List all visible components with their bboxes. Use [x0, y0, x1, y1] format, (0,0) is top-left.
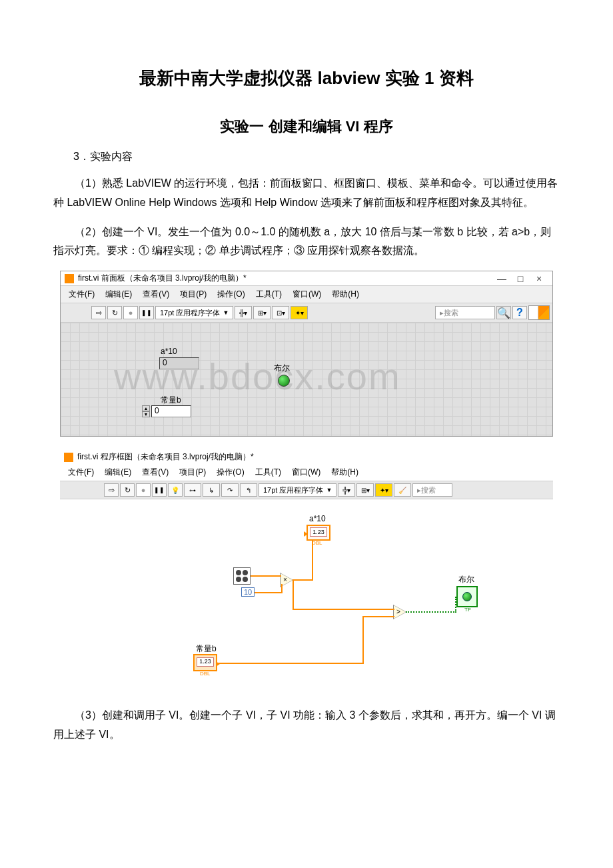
labview-icon	[64, 453, 73, 462]
menu-view[interactable]: 查看(V)	[137, 287, 175, 301]
bd-bool-label: 布尔	[458, 574, 474, 585]
greater-than-node[interactable]: >	[394, 605, 406, 619]
search-input[interactable]: ▸ 搜索	[412, 483, 452, 497]
menu-file[interactable]: 文件(F)	[63, 287, 100, 301]
labview-icon	[65, 274, 74, 283]
menu-window[interactable]: 窗口(W)	[287, 287, 326, 301]
random-number-node[interactable]	[233, 567, 251, 585]
fp-menubar[interactable]: 文件(F) 编辑(E) 查看(V) 项目(P) 操作(O) 工具(T) 窗口(W…	[61, 286, 552, 303]
a10-indicator: 0	[159, 357, 199, 369]
close-button[interactable]: ×	[530, 273, 548, 284]
bd-a10-terminal[interactable]: 1.23 DBL	[306, 525, 330, 541]
vi-connector-icon[interactable]	[528, 305, 550, 320]
led-icon	[462, 592, 472, 601]
highlight-execution-button[interactable]	[168, 483, 183, 497]
menu-operate[interactable]: 操作(O)	[211, 465, 249, 479]
bd-constb-label: 常量b	[196, 643, 217, 655]
menu-file[interactable]: 文件(F)	[63, 465, 99, 479]
front-panel-screenshot: first.vi 前面板（未命名项目 3.lvproj/我的电脑）* — □ ×…	[60, 271, 553, 437]
bool-label: 布尔	[274, 363, 290, 374]
menu-edit[interactable]: 编辑(E)	[99, 465, 137, 479]
constb-label: 常量b	[161, 395, 181, 406]
pause-button[interactable]	[139, 306, 154, 319]
maximize-button[interactable]: □	[511, 273, 530, 284]
search-input[interactable]: ▸ 搜索	[435, 306, 495, 319]
cleanup-button[interactable]: 🧹	[394, 483, 411, 497]
distribute-button[interactable]: ⊞▾	[253, 306, 271, 319]
paragraph-1: （1）熟悉 LabVIEW 的运行环境，包括：前面板窗口、框图窗口、模板、菜单和…	[53, 174, 560, 213]
reorder-button[interactable]: ✦▾	[291, 306, 308, 319]
run-button[interactable]	[91, 306, 106, 319]
constb-control[interactable]: 0	[151, 405, 191, 417]
bd-toolbar: ⊶ ↳ ↷ ↰ 17pt 应用程序字体▼ ╬▾ ⊞▾ ✦▾ 🧹 ▸ 搜索	[60, 481, 553, 499]
run-button[interactable]	[104, 483, 119, 497]
doc-subtitle: 实验一 创建和编辑 VI 程序	[53, 117, 560, 137]
retain-wires-button[interactable]: ⊶	[184, 483, 201, 497]
menu-view[interactable]: 查看(V)	[137, 465, 174, 479]
pause-button[interactable]	[152, 483, 167, 497]
bd-a10-label: a*10	[309, 514, 326, 523]
menu-help[interactable]: 帮助(H)	[326, 287, 364, 301]
menu-edit[interactable]: 编辑(E)	[100, 287, 137, 301]
align-button[interactable]: ╬▾	[235, 306, 252, 319]
minimize-button[interactable]: —	[492, 273, 511, 284]
bool-led	[278, 375, 290, 387]
step-into-button[interactable]: ↳	[203, 483, 220, 497]
run-continuous-button[interactable]	[120, 483, 135, 497]
menu-operate[interactable]: 操作(O)	[212, 287, 250, 301]
menu-project[interactable]: 项目(P)	[174, 465, 211, 479]
bd-bool-terminal[interactable]: TF	[456, 586, 478, 607]
constant-10[interactable]: 10	[241, 587, 255, 597]
paragraph-3: （3）创建和调用子 VI。创建一个子 VI，子 VI 功能：输入 3 个参数后，…	[53, 706, 560, 745]
abort-button[interactable]	[136, 483, 151, 497]
resize-button[interactable]: ⊡▾	[272, 306, 289, 319]
section-header: 3．实验内容	[73, 150, 560, 164]
step-over-button[interactable]: ↷	[221, 483, 239, 497]
paragraph-2: （2）创建一个 VI。发生一个值为 0.0～1.0 的随机数 a，放大 10 倍…	[53, 223, 560, 261]
abort-button[interactable]	[123, 306, 138, 319]
menu-project[interactable]: 项目(P)	[175, 287, 212, 301]
bd-titlebar[interactable]: first.vi 程序框图（未命名项目 3.lvproj/我的电脑）*	[60, 450, 553, 464]
bd-window-title: first.vi 程序框图（未命名项目 3.lvproj/我的电脑）*	[77, 451, 254, 463]
block-diagram-screenshot: first.vi 程序框图（未命名项目 3.lvproj/我的电脑）* 文件(F…	[60, 450, 553, 693]
menu-help[interactable]: 帮助(H)	[326, 465, 364, 479]
font-selector[interactable]: 17pt 应用程序字体▼	[155, 306, 233, 319]
menu-window[interactable]: 窗口(W)	[287, 465, 326, 479]
step-out-button[interactable]: ↰	[240, 483, 257, 497]
run-continuous-button[interactable]	[107, 306, 122, 319]
menu-tools[interactable]: 工具(T)	[251, 287, 287, 301]
distribute-button[interactable]: ⊞▾	[356, 483, 374, 497]
align-button[interactable]: ╬▾	[338, 483, 355, 497]
fp-titlebar[interactable]: first.vi 前面板（未命名项目 3.lvproj/我的电脑）* — □ ×	[61, 271, 552, 286]
fp-window-title: first.vi 前面板（未命名项目 3.lvproj/我的电脑）*	[78, 273, 247, 284]
watermark-text: www.bdocx.com	[114, 355, 401, 398]
a10-label: a*10	[161, 347, 177, 356]
bd-menubar[interactable]: 文件(F) 编辑(E) 查看(V) 项目(P) 操作(O) 工具(T) 窗口(W…	[60, 464, 553, 481]
context-help-button[interactable]: ?	[512, 306, 527, 319]
menu-tools[interactable]: 工具(T)	[250, 465, 287, 479]
fp-toolbar: 17pt 应用程序字体▼ ╬▾ ⊞▾ ⊡▾ ✦▾ ▸ 搜索 🔍 ?	[61, 303, 552, 323]
bd-constb-terminal[interactable]: 1.23 DBL	[193, 654, 217, 671]
font-selector[interactable]: 17pt 应用程序字体▼	[259, 483, 336, 497]
doc-title: 最新中南大学虚拟仪器 labview 实验 1 资料	[53, 67, 560, 90]
block-diagram-canvas[interactable]: a*10 1.23 DBL 10 × > 布尔 TF 常量b 1.23	[60, 499, 553, 693]
reorder-button[interactable]: ✦▾	[375, 483, 392, 497]
front-panel-canvas[interactable]: www.bdocx.com a*10 0 布尔 常量b ▲▼ 0	[61, 323, 552, 436]
constb-spinner[interactable]: ▲▼	[142, 405, 150, 417]
